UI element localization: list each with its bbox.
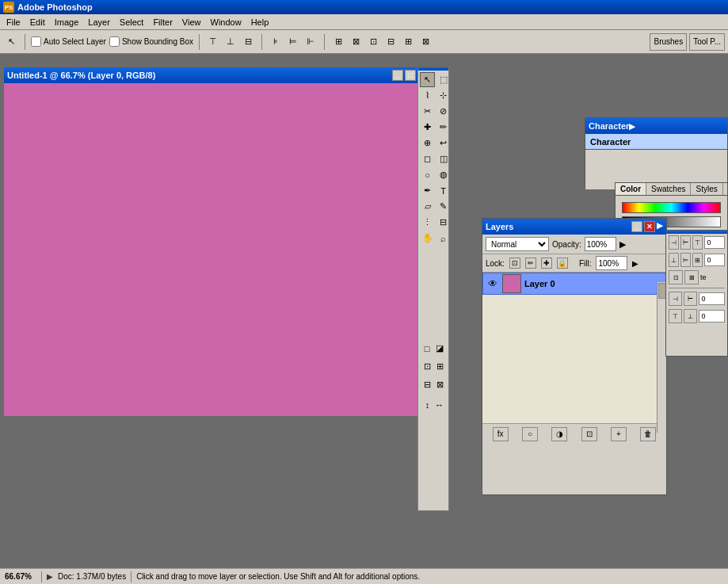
tool-text[interactable]: T	[436, 183, 451, 198]
fill-value[interactable]: 100%	[596, 256, 627, 270]
tool-crop[interactable]: ✂	[420, 104, 435, 119]
align-bottom-icon[interactable]: ⊟	[240, 34, 256, 50]
brushes-btn[interactable]: Brushes	[650, 33, 687, 51]
extra2-icon[interactable]: ⊠	[434, 377, 445, 392]
fullscreen-expand-icon[interactable]: ↕	[421, 397, 433, 412]
tool-blur[interactable]: ○	[420, 167, 435, 182]
tool-move[interactable]: ↖	[420, 72, 435, 87]
lock-transparent-icon[interactable]: ⊡	[509, 258, 520, 269]
align-val-4[interactable]: 0	[699, 292, 725, 305]
menu-select[interactable]: Select	[115, 16, 149, 29]
extra1-icon[interactable]: ⊟	[421, 377, 433, 392]
layers-minimize-button[interactable]: _	[631, 221, 642, 232]
transform1-icon[interactable]: ⊞	[330, 34, 346, 50]
lock-all-icon[interactable]: 🔒	[557, 258, 568, 269]
tool-magic-wand[interactable]: ⊹	[436, 88, 451, 103]
layers-close-button[interactable]: ✕	[644, 221, 655, 232]
align-top-btn[interactable]: ⊥	[669, 253, 679, 267]
layer-group-button[interactable]: ⊡	[581, 427, 597, 441]
menu-window[interactable]: Window	[206, 16, 246, 29]
fill-arrow[interactable]: ▶	[632, 259, 638, 268]
tool-measure[interactable]: ⊟	[436, 215, 451, 230]
tool-slice[interactable]: ⊘	[436, 104, 451, 119]
align-middle-btn[interactable]: ⊨	[680, 253, 691, 267]
align-bottom-btn[interactable]: ⊞	[692, 253, 703, 267]
character-panel-menu-icon[interactable]: ▶	[629, 122, 635, 131]
tool-brush[interactable]: ✏	[436, 120, 451, 135]
menu-view[interactable]: View	[177, 16, 206, 29]
layers-scroll-thumb[interactable]	[658, 283, 666, 299]
canvas-area[interactable]	[4, 83, 432, 416]
align-right-btn[interactable]: ⊤	[692, 235, 703, 250]
bounding-box-checkbox[interactable]	[109, 36, 120, 47]
transform5-icon[interactable]: ⊞	[400, 34, 416, 50]
tool-hand[interactable]: ✋	[420, 231, 435, 246]
layer-new-button[interactable]: +	[611, 427, 627, 441]
color-spectrum-bar[interactable]	[622, 202, 721, 213]
auto-select-checkbox[interactable]	[31, 36, 41, 47]
layer-mask-button[interactable]: ○	[522, 427, 538, 441]
tool-lasso[interactable]: ⌇	[420, 88, 435, 103]
dist-top-icon[interactable]: ⊧	[268, 34, 284, 50]
align-y-val[interactable]: 0	[704, 254, 725, 266]
menu-image[interactable]: Image	[50, 16, 84, 29]
align-btn-4a[interactable]: ⊣	[669, 292, 682, 306]
tab-swatches[interactable]: Swatches	[646, 183, 691, 195]
move-tool-icon[interactable]: ↖	[3, 34, 19, 50]
transform6-icon[interactable]: ⊠	[417, 34, 433, 50]
align-btn-4b[interactable]: ⊢	[684, 292, 697, 306]
tool-clone[interactable]: ⊕	[420, 136, 435, 151]
align-top-icon[interactable]: ⊤	[205, 34, 221, 50]
layer-fx-button[interactable]: fx	[493, 427, 509, 441]
tool-history-brush[interactable]: ↩	[436, 136, 451, 151]
menu-edit[interactable]: Edit	[25, 16, 50, 29]
menu-file[interactable]: File	[2, 16, 25, 29]
quick-mask-icon[interactable]: ◪	[434, 341, 445, 356]
tool-gradient[interactable]: ◫	[436, 151, 451, 166]
align-x-val[interactable]: 0	[704, 236, 725, 249]
tool-heal[interactable]: ✚	[420, 120, 435, 135]
align-center-btn[interactable]: ⊢	[680, 235, 691, 250]
opacity-arrow[interactable]: ▶	[619, 239, 626, 250]
menu-layer[interactable]: Layer	[83, 16, 115, 29]
transform3-icon[interactable]: ⊡	[365, 34, 381, 50]
layer-adj-button[interactable]: ◑	[551, 427, 567, 441]
lock-image-icon[interactable]: ✏	[525, 258, 536, 269]
full-screen-icon[interactable]: ⊞	[434, 359, 445, 374]
align-val-5[interactable]: 0	[699, 310, 725, 323]
menu-help[interactable]: Help	[246, 16, 274, 29]
dist-bottom-icon[interactable]: ⊩	[303, 34, 318, 50]
align-btn-5b[interactable]: ⊥	[684, 309, 697, 323]
align-btn-5a[interactable]: ⊤	[669, 309, 682, 323]
standard-mode-icon[interactable]: □	[421, 341, 433, 356]
tool-eraser[interactable]: ◻	[420, 151, 435, 166]
opacity-value[interactable]: 100%	[585, 237, 616, 251]
layer-delete-button[interactable]: 🗑	[640, 427, 656, 441]
tool-zoom[interactable]: ⌕	[436, 231, 451, 246]
standard-screen-icon[interactable]: ⊡	[421, 359, 433, 374]
dist-v-btn[interactable]: ⊠	[684, 270, 699, 284]
maximize-button[interactable]: □	[405, 70, 416, 81]
menu-filter[interactable]: Filter	[148, 16, 177, 29]
tool-pen[interactable]: ✒	[420, 183, 435, 198]
tool-dodge[interactable]: ◍	[436, 167, 451, 182]
fullscreen-expand2-icon[interactable]: ↔	[433, 397, 445, 412]
tab-styles[interactable]: Styles	[691, 183, 722, 195]
tool-eyedropper[interactable]: ⋮	[420, 215, 435, 230]
tool-shape[interactable]: ▱	[420, 199, 435, 214]
character-tab[interactable]: Character	[585, 134, 727, 150]
tool-presets-btn[interactable]: Tool P...	[689, 33, 725, 51]
transform4-icon[interactable]: ⊟	[383, 34, 398, 50]
minimize-button[interactable]: _	[392, 70, 403, 81]
dist-vcenter-icon[interactable]: ⊨	[285, 34, 301, 50]
align-vcenter-icon[interactable]: ⊥	[223, 34, 238, 50]
lock-position-icon[interactable]: ✚	[541, 258, 552, 269]
dist-h-btn[interactable]: ⊡	[669, 270, 683, 284]
tool-notes[interactable]: ✎	[436, 199, 451, 214]
layers-menu-icon[interactable]: ▶	[657, 221, 663, 232]
align-left-btn[interactable]: ⊣	[669, 235, 679, 250]
tool-marquee-rect[interactable]: ⬚	[436, 72, 451, 87]
status-triangle-icon[interactable]: ▶	[47, 572, 53, 581]
layer-0-row[interactable]: 👁 Layer 0	[482, 273, 666, 295]
transform2-icon[interactable]: ⊠	[348, 34, 364, 50]
